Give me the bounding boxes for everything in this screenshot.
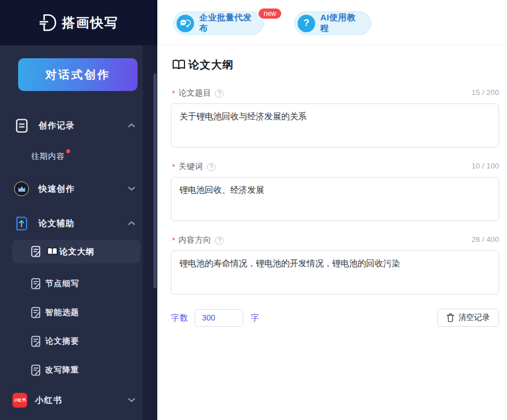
doc-edit-icon <box>31 278 41 289</box>
ai-tutorial-button[interactable]: ? AI使用教程 <box>294 11 371 35</box>
sidebar-item-paper-abstract[interactable]: 论文摘要 <box>0 332 157 351</box>
required-mark: * <box>172 89 175 98</box>
chat-bubbles-icon <box>177 15 194 32</box>
help-icon[interactable]: ? <box>215 89 224 98</box>
bottom-row: 字数 字 清空记录 <box>171 309 499 327</box>
sidebar-item-label: 论文摘要 <box>45 336 79 347</box>
char-counter: 15 / 200 <box>471 88 499 97</box>
doc-edit-icon <box>31 365 41 376</box>
word-count-label: 字数 <box>171 313 188 323</box>
chevron-down-icon <box>128 398 135 402</box>
paper-upload-icon <box>15 217 28 231</box>
button-label: AI使用教程 <box>320 12 360 34</box>
top-bar: 企业批量代发布 new ? AI使用教程 <box>157 0 507 45</box>
batch-publish-button[interactable]: 企业批量代发布 new <box>173 11 264 35</box>
sidebar-item-past-content[interactable]: 往期内容 <box>0 147 157 166</box>
open-book-icon <box>46 247 58 257</box>
doc-edit-icon <box>31 307 41 318</box>
field-content-direction: * 内容方向 ? 26 / 400 锂电池的寿命情况，锂电池的开发情况，锂电池的… <box>171 235 499 295</box>
sidebar: 搭画快写 对话式创作 创作记录 往期内容 <box>0 0 157 420</box>
question-circle-icon: ? <box>298 15 315 32</box>
outline-form: 论文大纲 * 论文题目 ? 15 / 200 关于锂电池回收与经济发展的关系 *… <box>157 45 507 420</box>
document-icon <box>16 119 28 133</box>
app-title: 搭画快写 <box>62 14 119 32</box>
doc-edit-icon <box>31 336 41 347</box>
xiaohongshu-icon: 小红书 <box>12 393 27 408</box>
field-paper-title: * 论文题目 ? 15 / 200 关于锂电池回收与经济发展的关系 <box>171 88 499 148</box>
app-logo: 搭画快写 <box>0 0 157 45</box>
sidebar-item-paper-assist[interactable]: 论文辅助 <box>0 214 157 233</box>
char-counter: 10 / 100 <box>471 162 499 170</box>
word-count-unit: 字 <box>251 313 260 323</box>
content-direction-input[interactable]: 锂电池的寿命情况，锂电池的开发情况，锂电池的回收污染 <box>171 250 499 295</box>
word-count-input[interactable] <box>195 309 243 327</box>
sidebar-item-label: 节点细写 <box>45 279 79 289</box>
field-keywords: * 关键词 ? 10 / 100 锂电池回收、经济发展 <box>171 161 499 221</box>
sidebar-item-label: 智能选题 <box>45 308 79 318</box>
sidebar-item-label: 创作记录 <box>38 120 75 131</box>
paper-title-input[interactable]: 关于锂电池回收与经济发展的关系 <box>171 103 499 148</box>
chevron-down-icon <box>128 187 135 191</box>
sidebar-item-label: 论文辅助 <box>38 218 75 229</box>
chevron-up-icon <box>128 123 135 128</box>
sidebar-item-paper-outline[interactable]: 论文大纲 <box>12 240 140 263</box>
sidebar-item-quick-creation[interactable]: 快速创作 <box>0 179 157 198</box>
page-title: 论文大纲 <box>172 58 234 72</box>
sidebar-item-label: 改写降重 <box>45 365 79 375</box>
dialog-creation-button[interactable]: 对话式创作 <box>18 58 138 91</box>
keywords-input[interactable]: 锂电池回收、经济发展 <box>171 177 499 221</box>
sidebar-item-node-detail[interactable]: 节点细写 <box>0 274 157 293</box>
chevron-up-icon <box>128 221 135 226</box>
logo-icon <box>39 13 57 32</box>
sidebar-item-xiaohongshu[interactable]: 小红书 小红书 <box>0 390 157 410</box>
required-mark: * <box>172 236 175 245</box>
sidebar-item-rewrite-dedup[interactable]: 改写降重 <box>0 361 157 380</box>
sidebar-item-label: 快速创作 <box>38 184 75 194</box>
main-pane: 企业批量代发布 new ? AI使用教程 论文大纲 <box>157 0 507 420</box>
app-window: 搭画快写 对话式创作 创作记录 往期内容 <box>0 0 507 420</box>
button-label: 企业批量代发布 <box>199 12 253 34</box>
field-label: 关键词 <box>178 162 203 172</box>
help-icon[interactable]: ? <box>207 163 216 171</box>
field-label: 论文题目 <box>178 88 211 98</box>
char-counter: 26 / 400 <box>471 235 499 244</box>
trash-icon <box>446 313 454 322</box>
sidebar-item-creation-records[interactable]: 创作记录 <box>0 116 157 135</box>
notification-dot <box>66 149 70 153</box>
crown-icon <box>14 181 29 196</box>
doc-edit-icon <box>31 246 41 257</box>
field-label: 内容方向 <box>178 235 211 245</box>
sidebar-item-label: 论文大纲 <box>59 246 94 257</box>
help-icon[interactable]: ? <box>215 236 224 245</box>
required-mark: * <box>172 162 175 171</box>
sidebar-item-label: 小红书 <box>35 395 62 406</box>
clear-records-button[interactable]: 清空记录 <box>437 309 499 327</box>
open-book-icon <box>172 59 186 71</box>
new-badge: new <box>259 8 281 19</box>
sidebar-item-label: 往期内容 <box>31 151 65 161</box>
sidebar-scrollbar-thumb[interactable] <box>153 73 157 288</box>
button-label: 清空记录 <box>458 313 490 323</box>
sidebar-item-smart-topic[interactable]: 智能选题 <box>0 303 157 322</box>
